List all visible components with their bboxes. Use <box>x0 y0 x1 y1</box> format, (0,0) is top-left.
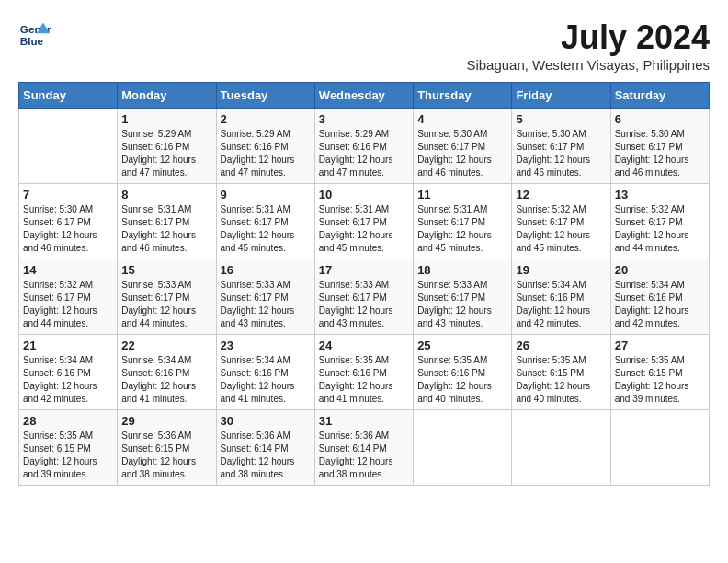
subtitle: Sibaguan, Western Visayas, Philippines <box>466 57 710 73</box>
cell-data: Sunrise: 5:30 AM Sunset: 6:17 PM Dayligh… <box>615 128 705 179</box>
calendar-cell: 17Sunrise: 5:33 AM Sunset: 6:17 PM Dayli… <box>314 259 413 335</box>
page-header: General Blue July 2024 Sibaguan, Western… <box>18 18 710 73</box>
calendar-cell: 6Sunrise: 5:30 AM Sunset: 6:17 PM Daylig… <box>610 109 709 184</box>
title-area: July 2024 Sibaguan, Western Visayas, Phi… <box>466 18 710 73</box>
day-number: 12 <box>516 188 606 201</box>
cell-data: Sunrise: 5:34 AM Sunset: 6:16 PM Dayligh… <box>516 279 606 330</box>
day-number: 6 <box>615 112 705 126</box>
calendar-cell: 3Sunrise: 5:29 AM Sunset: 6:16 PM Daylig… <box>314 109 413 184</box>
day-number: 18 <box>417 263 507 277</box>
col-header-wednesday: Wednesday <box>314 83 413 109</box>
day-number: 1 <box>121 112 211 126</box>
calendar-cell: 15Sunrise: 5:33 AM Sunset: 6:17 PM Dayli… <box>118 259 216 335</box>
cell-data: Sunrise: 5:33 AM Sunset: 6:17 PM Dayligh… <box>121 279 211 330</box>
cell-data: Sunrise: 5:31 AM Sunset: 6:17 PM Dayligh… <box>417 203 507 255</box>
cell-data: Sunrise: 5:36 AM Sunset: 6:15 PM Dayligh… <box>121 430 211 481</box>
day-number: 13 <box>615 188 705 201</box>
calendar-cell: 8Sunrise: 5:31 AM Sunset: 6:17 PM Daylig… <box>118 184 216 259</box>
cell-data: Sunrise: 5:31 AM Sunset: 6:17 PM Dayligh… <box>221 203 311 255</box>
col-header-monday: Monday <box>118 83 216 109</box>
day-number: 4 <box>417 112 507 126</box>
svg-text:Blue: Blue <box>20 35 44 47</box>
calendar-cell <box>414 410 512 486</box>
cell-data: Sunrise: 5:30 AM Sunset: 6:17 PM Dayligh… <box>516 128 606 179</box>
cell-data: Sunrise: 5:32 AM Sunset: 6:17 PM Dayligh… <box>23 279 113 330</box>
calendar-header-row: SundayMondayTuesdayWednesdayThursdayFrid… <box>19 83 710 109</box>
calendar-cell: 25Sunrise: 5:35 AM Sunset: 6:16 PM Dayli… <box>414 335 512 410</box>
calendar-table: SundayMondayTuesdayWednesdayThursdayFrid… <box>18 82 710 486</box>
day-number: 8 <box>121 188 211 201</box>
day-number: 16 <box>221 263 311 277</box>
col-header-thursday: Thursday <box>414 83 512 109</box>
day-number: 23 <box>221 339 311 352</box>
day-number: 25 <box>417 339 507 352</box>
calendar-cell <box>512 410 610 486</box>
day-number: 3 <box>319 112 409 126</box>
cell-data: Sunrise: 5:29 AM Sunset: 6:16 PM Dayligh… <box>221 128 311 179</box>
week-row-5: 28Sunrise: 5:35 AM Sunset: 6:15 PM Dayli… <box>19 410 710 486</box>
day-number: 14 <box>23 263 113 277</box>
calendar-cell: 29Sunrise: 5:36 AM Sunset: 6:15 PM Dayli… <box>118 410 216 486</box>
day-number: 10 <box>319 188 409 201</box>
calendar-cell: 26Sunrise: 5:35 AM Sunset: 6:15 PM Dayli… <box>512 335 610 410</box>
calendar-cell: 27Sunrise: 5:35 AM Sunset: 6:15 PM Dayli… <box>610 335 709 410</box>
logo-icon: General Blue <box>18 18 51 52</box>
cell-data: Sunrise: 5:34 AM Sunset: 6:16 PM Dayligh… <box>615 279 705 330</box>
week-row-2: 7Sunrise: 5:30 AM Sunset: 6:17 PM Daylig… <box>19 184 710 259</box>
cell-data: Sunrise: 5:34 AM Sunset: 6:16 PM Dayligh… <box>23 354 113 406</box>
cell-data: Sunrise: 5:33 AM Sunset: 6:17 PM Dayligh… <box>319 279 409 330</box>
calendar-cell: 5Sunrise: 5:30 AM Sunset: 6:17 PM Daylig… <box>512 109 610 184</box>
cell-data: Sunrise: 5:29 AM Sunset: 6:16 PM Dayligh… <box>319 128 409 179</box>
col-header-tuesday: Tuesday <box>216 83 314 109</box>
cell-data: Sunrise: 5:30 AM Sunset: 6:17 PM Dayligh… <box>417 128 507 179</box>
week-row-4: 21Sunrise: 5:34 AM Sunset: 6:16 PM Dayli… <box>19 335 710 410</box>
calendar-cell: 31Sunrise: 5:36 AM Sunset: 6:14 PM Dayli… <box>314 410 413 486</box>
day-number: 5 <box>516 112 606 126</box>
cell-data: Sunrise: 5:32 AM Sunset: 6:17 PM Dayligh… <box>516 203 606 255</box>
cell-data: Sunrise: 5:36 AM Sunset: 6:14 PM Dayligh… <box>319 430 409 481</box>
cell-data: Sunrise: 5:32 AM Sunset: 6:17 PM Dayligh… <box>615 203 705 255</box>
day-number: 9 <box>221 188 311 201</box>
calendar-cell <box>19 109 118 184</box>
day-number: 29 <box>121 414 211 428</box>
cell-data: Sunrise: 5:36 AM Sunset: 6:14 PM Dayligh… <box>221 430 311 481</box>
cell-data: Sunrise: 5:29 AM Sunset: 6:16 PM Dayligh… <box>121 128 211 179</box>
calendar-cell: 28Sunrise: 5:35 AM Sunset: 6:15 PM Dayli… <box>19 410 118 486</box>
week-row-3: 14Sunrise: 5:32 AM Sunset: 6:17 PM Dayli… <box>19 259 710 335</box>
col-header-saturday: Saturday <box>610 83 709 109</box>
day-number: 28 <box>23 414 113 428</box>
day-number: 11 <box>417 188 507 201</box>
calendar-cell: 11Sunrise: 5:31 AM Sunset: 6:17 PM Dayli… <box>414 184 512 259</box>
cell-data: Sunrise: 5:34 AM Sunset: 6:16 PM Dayligh… <box>221 354 311 406</box>
cell-data: Sunrise: 5:34 AM Sunset: 6:16 PM Dayligh… <box>121 354 211 406</box>
day-number: 2 <box>221 112 311 126</box>
calendar-cell <box>610 410 709 486</box>
day-number: 22 <box>121 339 211 352</box>
day-number: 17 <box>319 263 409 277</box>
calendar-cell: 22Sunrise: 5:34 AM Sunset: 6:16 PM Dayli… <box>118 335 216 410</box>
calendar-cell: 23Sunrise: 5:34 AM Sunset: 6:16 PM Dayli… <box>216 335 314 410</box>
calendar-cell: 14Sunrise: 5:32 AM Sunset: 6:17 PM Dayli… <box>19 259 118 335</box>
cell-data: Sunrise: 5:30 AM Sunset: 6:17 PM Dayligh… <box>23 203 113 255</box>
calendar-cell: 24Sunrise: 5:35 AM Sunset: 6:16 PM Dayli… <box>314 335 413 410</box>
cell-data: Sunrise: 5:35 AM Sunset: 6:16 PM Dayligh… <box>319 354 409 406</box>
day-number: 30 <box>221 414 311 428</box>
logo: General Blue <box>18 18 51 52</box>
calendar-cell: 20Sunrise: 5:34 AM Sunset: 6:16 PM Dayli… <box>610 259 709 335</box>
calendar-cell: 13Sunrise: 5:32 AM Sunset: 6:17 PM Dayli… <box>610 184 709 259</box>
cell-data: Sunrise: 5:33 AM Sunset: 6:17 PM Dayligh… <box>417 279 507 330</box>
main-title: July 2024 <box>466 18 710 57</box>
day-number: 15 <box>121 263 211 277</box>
calendar-cell: 10Sunrise: 5:31 AM Sunset: 6:17 PM Dayli… <box>314 184 413 259</box>
cell-data: Sunrise: 5:35 AM Sunset: 6:15 PM Dayligh… <box>23 430 113 481</box>
calendar-cell: 19Sunrise: 5:34 AM Sunset: 6:16 PM Dayli… <box>512 259 610 335</box>
day-number: 31 <box>319 414 409 428</box>
calendar-cell: 21Sunrise: 5:34 AM Sunset: 6:16 PM Dayli… <box>19 335 118 410</box>
day-number: 20 <box>615 263 705 277</box>
calendar-cell: 16Sunrise: 5:33 AM Sunset: 6:17 PM Dayli… <box>216 259 314 335</box>
cell-data: Sunrise: 5:35 AM Sunset: 6:16 PM Dayligh… <box>417 354 507 406</box>
calendar-cell: 2Sunrise: 5:29 AM Sunset: 6:16 PM Daylig… <box>216 109 314 184</box>
week-row-1: 1Sunrise: 5:29 AM Sunset: 6:16 PM Daylig… <box>19 109 710 184</box>
day-number: 26 <box>516 339 606 352</box>
col-header-sunday: Sunday <box>19 83 118 109</box>
